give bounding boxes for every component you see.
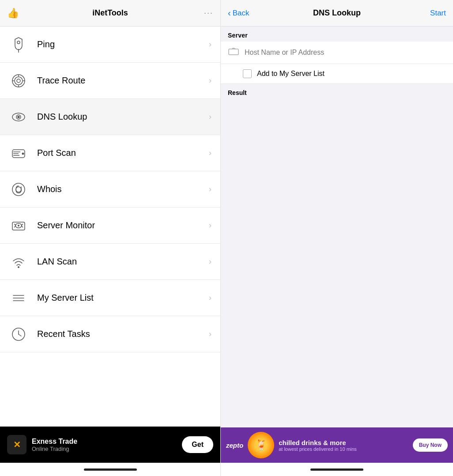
ad-banner-right[interactable]: zepto 🍹 chilled drinks & more at lowest … [221,427,453,463]
pin-icon [9,35,28,54]
sidebar-item-my-server-list-label: My Server List [37,293,209,303]
result-section: Result [221,84,453,427]
more-dots-icon[interactable]: ··· [204,8,213,18]
chevron-right-icon: › [209,185,211,194]
sidebar-item-dns-lookup[interactable]: DNS Lookup › [0,99,220,135]
back-label: Back [233,9,249,18]
ad-subtitle-left: Online Trading [32,446,177,452]
ad-logo-left: ✕ [7,435,26,454]
ad-right-text: chilled drinks & more at lowest prices d… [279,439,408,452]
wifi-icon [9,252,28,272]
back-chevron-icon: ‹ [228,8,231,18]
right-panel: ‹ Back DNS Lookup Start Server Add to My… [221,0,453,476]
sidebar-item-server-monitor[interactable]: Server Monitor › [0,208,220,244]
sidebar-item-port-scan-label: Port Scan [37,148,209,158]
target-icon [9,71,28,91]
chevron-right-icon: › [209,76,211,85]
add-server-label: Add to My Server List [257,70,325,78]
chevron-right-icon: › [209,221,211,230]
list-icon [9,288,28,308]
clock-icon [9,325,28,344]
home-indicator-left [0,463,220,476]
svg-point-13 [22,152,24,155]
server-input-row [221,42,453,64]
home-bar-left [84,468,137,471]
server-form: Add to My Server List [221,42,453,84]
sidebar-item-ping[interactable]: Ping › [0,26,220,63]
chevron-right-icon: › [209,329,211,339]
svg-point-2 [12,75,25,87]
ad-right-subtitle: at lowest prices delivered in 10 mins [279,446,408,452]
host-input[interactable] [245,49,446,57]
svg-point-17 [12,183,25,196]
svg-line-32 [19,334,21,336]
add-server-checkbox[interactable] [243,69,252,78]
hdd-icon [9,144,28,163]
ad-buy-now-button[interactable]: Buy Now [413,438,448,452]
ad-title-left: Exness Trade [32,438,177,446]
sidebar-item-dns-lookup-label: DNS Lookup [37,112,209,122]
result-area [221,99,453,427]
chevron-right-icon: › [209,257,211,266]
menu-list: Ping › Trace Route › [0,26,220,427]
add-to-server-list-row[interactable]: Add to My Server List [221,64,453,84]
thumb-icon: 👍 [7,8,19,19]
svg-point-1 [17,41,20,44]
svg-point-11 [18,116,19,118]
left-panel: 👍 iNetTools ··· Ping › [0,0,221,476]
right-header: ‹ Back DNS Lookup Start [221,0,453,26]
drinks-image: 🍹 [248,432,274,458]
ad-banner-left[interactable]: ✕ Exness Trade Online Trading Get [0,427,220,463]
back-button[interactable]: ‹ Back [228,8,249,18]
sidebar-item-ping-label: Ping [37,39,209,49]
home-bar-right [310,468,363,471]
home-indicator-right [221,463,453,476]
sidebar-item-recent-tasks[interactable]: Recent Tasks › [0,316,220,352]
sidebar-item-server-monitor-label: Server Monitor [37,220,209,230]
sidebar-item-recent-tasks-label: Recent Tasks [37,329,209,339]
svg-point-4 [17,79,20,83]
chevron-right-icon: › [209,112,211,121]
at-icon [9,180,28,199]
monitor-icon [9,216,28,235]
svg-point-18 [16,187,21,192]
svg-point-3 [15,77,23,85]
sidebar-item-my-server-list[interactable]: My Server List › [0,280,220,316]
chevron-right-icon: › [209,148,211,158]
eye-icon [9,107,28,127]
svg-rect-33 [229,49,238,55]
result-section-header: Result [221,84,453,99]
chevron-right-icon: › [209,40,211,49]
zepto-logo: zepto [226,442,243,449]
ad-right-title: chilled drinks & more [279,439,408,446]
server-device-icon [228,47,239,58]
server-section-header: Server [221,26,453,42]
sidebar-item-trace-route[interactable]: Trace Route › [0,63,220,99]
svg-point-21 [18,225,19,227]
svg-point-26 [18,266,19,268]
ad-get-button[interactable]: Get [182,436,213,453]
sidebar-item-trace-route-label: Trace Route [37,76,209,86]
sidebar-item-port-scan[interactable]: Port Scan › [0,135,220,171]
app-title: iNetTools [92,8,128,18]
sidebar-item-whois[interactable]: Whois › [0,171,220,208]
sidebar-item-whois-label: Whois [37,184,209,194]
sidebar-item-lan-scan-label: LAN Scan [37,257,209,267]
chevron-right-icon: › [209,293,211,302]
left-header: 👍 iNetTools ··· [0,0,220,26]
sidebar-item-lan-scan[interactable]: LAN Scan › [0,244,220,280]
ad-text-left: Exness Trade Online Trading [32,438,177,452]
dns-lookup-title: DNS Lookup [313,8,361,18]
start-button[interactable]: Start [430,9,446,18]
